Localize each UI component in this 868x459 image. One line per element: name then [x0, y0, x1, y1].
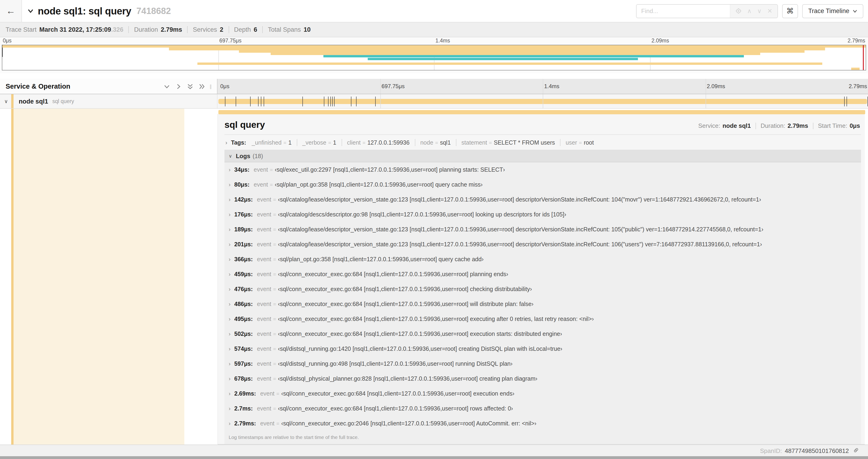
next-result-icon[interactable]: ∨: [757, 8, 762, 14]
ruler-tick-label: 0μs: [220, 83, 229, 90]
service-value: node sql1: [722, 122, 751, 129]
log-row[interactable]: ›80μs:event=‹sql/plan_opt.go:358 [nsql1,…: [224, 177, 861, 192]
timeline-minimap[interactable]: 0μs697.75μs1.4ms2.09ms2.79ms: [0, 37, 868, 73]
log-row[interactable]: ›189μs:event=‹sql/catalog/lease/descript…: [224, 222, 861, 237]
span-bar-cell[interactable]: [217, 94, 868, 108]
chevron-right-icon[interactable]: ›: [229, 211, 230, 218]
span-row-node-sql1[interactable]: ∨ node sql1 sql query: [0, 94, 868, 109]
chevron-right-icon[interactable]: ›: [229, 405, 230, 412]
link-icon[interactable]: [853, 447, 860, 454]
find-input[interactable]: [637, 4, 730, 18]
log-row[interactable]: ›2.79ms:event=‹sql/conn_executor_exec.go…: [224, 416, 861, 431]
equals-sign: =: [273, 301, 276, 307]
expand-one-level-icon[interactable]: [176, 83, 182, 89]
log-row[interactable]: ›678μs:event=‹sql/distsql_physical_plann…: [224, 371, 861, 386]
log-row[interactable]: ›201μs:event=‹sql/catalog/lease/descript…: [224, 237, 861, 252]
log-row[interactable]: ›142μs:event=‹sql/catalog/lease/descript…: [224, 192, 861, 207]
log-row[interactable]: ›34μs:event=‹sql/exec_util.go:2297 [nsql…: [224, 162, 861, 177]
prev-result-icon[interactable]: ∧: [747, 8, 751, 14]
log-field-value: ‹sql/exec_util.go:2297 [nsql1,client=127…: [275, 167, 505, 173]
chevron-right-icon[interactable]: ›: [229, 241, 230, 248]
log-row[interactable]: ›476μs:event=‹sql/conn_executor_exec.go:…: [224, 282, 861, 297]
log-timestamp: 176μs:: [234, 211, 253, 218]
log-marker-tick: [302, 97, 303, 106]
chevron-right-icon[interactable]: ›: [229, 196, 230, 203]
chevron-right-icon[interactable]: ›: [229, 286, 230, 292]
log-row[interactable]: ›459μs:event=‹sql/conn_executor_exec.go:…: [224, 267, 861, 282]
chevron-right-icon[interactable]: ›: [229, 331, 230, 337]
back-button[interactable]: ←: [0, 0, 22, 22]
log-timestamp: 80μs:: [234, 182, 249, 188]
expand-all-icon[interactable]: [199, 83, 205, 89]
chevron-right-icon[interactable]: ›: [229, 256, 230, 263]
chevron-right-icon[interactable]: ›: [229, 301, 230, 307]
log-marker-tick: [356, 97, 357, 106]
log-row[interactable]: ›486μs:event=‹sql/conn_executor_exec.go:…: [224, 297, 861, 312]
meta-value: 2.79ms: [161, 26, 182, 33]
log-field-key: event: [260, 390, 274, 397]
keyboard-shortcuts-button[interactable]: ⌘: [782, 4, 798, 18]
focus-icon[interactable]: [736, 8, 742, 14]
log-marker-tick: [331, 97, 331, 106]
chevron-right-icon[interactable]: ›: [229, 316, 230, 322]
tags-row[interactable]: › Tags: _unfinished=1_verbose=1client=12…: [224, 135, 861, 150]
log-field-key: event: [257, 241, 271, 248]
meta-label: Services: [193, 26, 217, 33]
chevron-right-icon[interactable]: ›: [229, 182, 230, 188]
chevron-right-icon[interactable]: ›: [225, 139, 227, 146]
log-field-value: ‹sql/conn_executor_exec.go:684 [nsql1,cl…: [278, 316, 594, 322]
chevron-right-icon[interactable]: ›: [229, 226, 230, 233]
collapse-trace-chevron-icon[interactable]: [28, 8, 34, 14]
time-gridline: [705, 79, 706, 94]
collapse-all-icon[interactable]: [187, 83, 193, 89]
tag-item: statement=SELECT * FROM users: [462, 139, 555, 146]
detail-span-bar[interactable]: [218, 110, 865, 114]
view-selector-dropdown[interactable]: Trace Timeline: [802, 4, 863, 18]
minimap-scrubber[interactable]: [2, 45, 866, 70]
chevron-right-icon[interactable]: ›: [229, 390, 230, 397]
log-row[interactable]: ›2.69ms:event=‹sql/conn_executor_exec.go…: [224, 386, 861, 401]
equals-sign: =: [363, 140, 366, 145]
chevron-right-icon[interactable]: ›: [229, 420, 230, 427]
chevron-down-icon[interactable]: ∨: [4, 98, 8, 104]
equals-sign: =: [273, 197, 276, 202]
log-timestamp: 502μs:: [234, 331, 253, 337]
log-row[interactable]: ›502μs:event=‹sql/conn_executor_exec.go:…: [224, 327, 861, 341]
log-row[interactable]: ›495μs:event=‹sql/conn_executor_exec.go:…: [224, 312, 861, 327]
service-operation-header: Service & Operation ∥: [0, 79, 217, 94]
log-timestamp: 459μs:: [234, 271, 253, 277]
log-timestamp: 597μs:: [234, 361, 253, 367]
log-row[interactable]: ›597μs:event=‹sql/distsql_running.go:498…: [224, 356, 861, 371]
span-name-cell[interactable]: ∨ node sql1 sql query: [0, 94, 217, 108]
log-field-key: event: [257, 361, 271, 367]
chevron-right-icon[interactable]: ›: [229, 271, 230, 277]
logs-header[interactable]: ∨ Logs (18): [224, 150, 861, 162]
chevron-right-icon[interactable]: ›: [229, 167, 230, 173]
minimap-span-bar: [197, 63, 823, 65]
equals-sign: =: [489, 140, 492, 145]
log-row[interactable]: ›366μs:event=‹sql/plan_opt.go:358 [nsql1…: [224, 252, 861, 267]
log-marker-tick: [334, 97, 335, 106]
equals-sign: =: [273, 361, 276, 367]
log-field-value: ‹sql/conn_executor_exec.go:684 [nsql1,cl…: [278, 331, 562, 337]
tag-item: client=127.0.0.1:59936: [347, 139, 409, 146]
column-resizer-grip[interactable]: ∥: [210, 84, 212, 89]
logs-title: Logs: [236, 153, 250, 160]
trace-viewer-app: ← node sql1: sql query 7418682 ∧ ∨ ✕ ⌘ T…: [0, 0, 868, 459]
log-marker-tick: [351, 97, 351, 106]
chevron-right-icon[interactable]: ›: [229, 375, 230, 382]
clear-search-icon[interactable]: ✕: [767, 8, 772, 14]
log-field-key: event: [260, 420, 274, 427]
chevron-right-icon[interactable]: ›: [229, 346, 230, 352]
collapse-one-level-icon[interactable]: [164, 83, 170, 89]
log-row[interactable]: ›176μs:event=‹sql/catalog/descs/descript…: [224, 207, 861, 222]
bottom-scrollbar[interactable]: [0, 456, 868, 459]
log-timestamp: 34μs:: [234, 167, 249, 173]
view-selector-label: Trace Timeline: [808, 7, 849, 14]
chevron-right-icon[interactable]: ›: [229, 361, 230, 367]
log-row[interactable]: ›2.7ms:event=‹sql/conn_executor_exec.go:…: [224, 401, 861, 416]
log-field-value: ‹sql/conn_executor_exec.go:2046 [nsql1,c…: [281, 420, 536, 427]
log-field-value: ‹sql/conn_executor_exec.go:684 [nsql1,cl…: [278, 405, 513, 412]
log-row[interactable]: ›574μs:event=‹sql/distsql_running.go:142…: [224, 341, 861, 356]
tag-item: _unfinished=1: [252, 139, 292, 146]
